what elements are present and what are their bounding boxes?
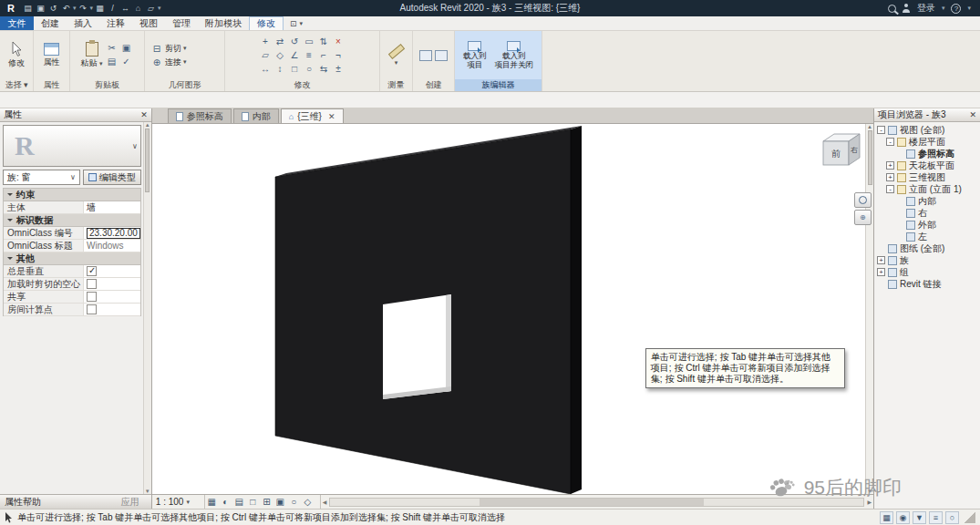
load-into-project-button[interactable]: 载入到 项目 bbox=[461, 40, 489, 70]
scale-icon[interactable]: ◇ bbox=[273, 49, 286, 61]
close-view-tab-icon[interactable]: ✕ bbox=[328, 112, 335, 121]
tree-item-3d-views[interactable]: +三维视图 bbox=[874, 171, 980, 183]
copy-icon[interactable]: ▣ bbox=[120, 42, 133, 54]
join-tool-icon[interactable]: ○ bbox=[303, 63, 315, 75]
view-tab-reference-level[interactable]: 参照标高 bbox=[168, 108, 232, 123]
property-row-shared[interactable]: 共享 bbox=[4, 291, 140, 304]
tab-view[interactable]: 视图 bbox=[132, 16, 165, 30]
group-header-constraints[interactable]: 约束 bbox=[4, 189, 140, 201]
login-label[interactable]: 登录 bbox=[917, 2, 935, 15]
scroll-left-icon[interactable]: ◀ bbox=[321, 499, 329, 505]
redo-caret-icon[interactable]: ▾ bbox=[90, 5, 94, 12]
editable-only-icon[interactable]: ▼ bbox=[913, 511, 926, 524]
help-icon[interactable]: ? bbox=[951, 4, 961, 14]
tree-item-left[interactable]: 左 bbox=[874, 231, 980, 242]
redo-icon[interactable]: ↷ bbox=[77, 2, 89, 15]
scroll-up-icon[interactable]: ▲ bbox=[145, 122, 150, 128]
section-icon[interactable]: ▱ bbox=[145, 2, 157, 15]
scrollbar-thumb[interactable] bbox=[145, 129, 150, 192]
viewcube-right-label[interactable]: 右 bbox=[851, 146, 858, 154]
expand-toggle[interactable]: + bbox=[886, 161, 894, 170]
tree-item-floor-plans[interactable]: -楼层平面 bbox=[874, 136, 980, 148]
match-type-icon[interactable]: ▤ bbox=[106, 56, 119, 67]
properties-close-icon[interactable]: ✕ bbox=[140, 110, 148, 119]
revit-logo-icon[interactable]: R bbox=[4, 3, 18, 14]
property-row-omniclass-title[interactable]: OmniClass 标题 Windows bbox=[4, 240, 140, 252]
viewcube-front-label[interactable]: 前 bbox=[831, 149, 841, 159]
tree-item-reference-level[interactable]: 参照标高 bbox=[874, 148, 980, 160]
trim-icon[interactable]: ∠ bbox=[288, 49, 301, 61]
omniclass-code-field[interactable]: 23.30.20.00 bbox=[87, 228, 140, 239]
search-icon[interactable] bbox=[888, 5, 896, 13]
tab-modify[interactable]: 修改 bbox=[249, 16, 284, 30]
apply-button[interactable]: 应用 bbox=[114, 496, 147, 509]
ribbon-display-toggle[interactable]: ⊡ ▾ bbox=[284, 16, 309, 30]
properties-button[interactable]: 属性 bbox=[44, 43, 60, 68]
align-icon[interactable]: ≡ bbox=[303, 49, 315, 61]
tab-addins[interactable]: 附加模块 bbox=[198, 16, 249, 30]
pin-icon[interactable]: ¬ bbox=[332, 49, 345, 61]
dimension-icon[interactable]: ↔ bbox=[119, 2, 131, 15]
scroll-up-icon[interactable]: ▲ bbox=[867, 124, 872, 129]
shared-checkbox[interactable] bbox=[87, 292, 97, 302]
steering-wheel-button[interactable] bbox=[854, 192, 872, 208]
undo-caret-icon[interactable]: ▾ bbox=[73, 5, 77, 12]
property-row-room-point[interactable]: 房间计算点 bbox=[4, 304, 140, 316]
property-row-cut-void[interactable]: 加载时剪切的空心 bbox=[4, 278, 140, 291]
project-browser-header[interactable]: 项目浏览器 - 族3 ✕ bbox=[874, 108, 980, 122]
crop-region-icon[interactable]: ▣ bbox=[273, 497, 287, 507]
paste-button[interactable]: 粘贴 ▾ bbox=[80, 42, 102, 69]
tree-item-families[interactable]: +族 bbox=[874, 254, 980, 266]
sync-icon[interactable]: ↺ bbox=[47, 2, 59, 15]
expand-toggle[interactable]: - bbox=[886, 138, 894, 146]
cut-icon[interactable]: ✂ bbox=[106, 42, 119, 54]
model-viewport[interactable]: 前 右 bbox=[152, 124, 865, 494]
tree-item-exterior[interactable]: 外部 bbox=[874, 219, 980, 231]
extend-icon[interactable]: ↔ bbox=[259, 63, 272, 75]
design-options-icon[interactable]: ◉ bbox=[896, 511, 910, 524]
tree-item-interior[interactable]: 内部 bbox=[874, 195, 980, 207]
shadows-icon[interactable]: □ bbox=[246, 497, 260, 507]
canvas-vertical-scrollbar[interactable]: ▲ ▼ bbox=[865, 124, 873, 494]
project-browser-close-icon[interactable]: ✕ bbox=[969, 110, 976, 119]
type-selector[interactable]: R ∨ bbox=[3, 125, 141, 167]
join-geometry-button[interactable]: ⊕ 连接 ▾ bbox=[150, 57, 187, 68]
undo-icon[interactable]: ↶ bbox=[60, 2, 72, 15]
family-dropdown[interactable]: 族: 窗 ∨ bbox=[3, 170, 80, 185]
expand-toggle[interactable]: + bbox=[877, 256, 885, 264]
swap-icon[interactable]: ⇆ bbox=[317, 63, 330, 75]
room-point-checkbox[interactable] bbox=[87, 304, 97, 314]
tree-item-revit-links[interactable]: Revit 链接 bbox=[874, 278, 980, 290]
crop-view-icon[interactable]: ⊞ bbox=[260, 497, 273, 507]
login-caret-icon[interactable]: ▾ bbox=[942, 5, 945, 12]
wall-3d-model[interactable] bbox=[275, 126, 582, 494]
property-row-omniclass-code[interactable]: OmniClass 编号 23.30.20.00 bbox=[4, 227, 140, 240]
tree-item-sheets[interactable]: 图纸 (全部) bbox=[874, 242, 980, 254]
expand-toggle[interactable]: + bbox=[877, 268, 885, 276]
tree-item-elevations[interactable]: -立面 (立面 1) bbox=[874, 183, 980, 195]
cut-void-checkbox[interactable] bbox=[87, 279, 97, 289]
measure-button[interactable]: ▾ bbox=[388, 45, 405, 67]
property-row-host[interactable]: 主体 墙 bbox=[4, 201, 140, 214]
copy-tool-icon[interactable]: ⇄ bbox=[273, 36, 286, 47]
cut-geometry-button[interactable]: ⊟ 剪切 ▾ bbox=[150, 43, 187, 55]
tab-annotate[interactable]: 注释 bbox=[99, 16, 132, 30]
mirror-icon[interactable]: ⇅ bbox=[317, 36, 330, 47]
qat-customize-caret-icon[interactable]: ▾ bbox=[158, 5, 161, 12]
select-panel-label[interactable]: 选择 ▾ bbox=[0, 79, 33, 91]
view-tab-interior[interactable]: 内部 bbox=[233, 108, 279, 123]
open-icon[interactable]: ▤ bbox=[22, 2, 34, 15]
tree-item-ceiling-plans[interactable]: +天花板平面 bbox=[874, 160, 980, 171]
properties-help-link[interactable]: 属性帮助 bbox=[5, 496, 41, 509]
move-icon[interactable]: + bbox=[259, 36, 272, 47]
view-tab-3d[interactable]: ⌂ {三维} ✕ bbox=[281, 108, 344, 123]
properties-header[interactable]: 属性 ✕ bbox=[0, 108, 151, 122]
type-selector-caret-icon[interactable]: ∨ bbox=[132, 142, 138, 150]
default-3d-view-icon[interactable]: ⌂ bbox=[132, 2, 144, 15]
detail-level-icon[interactable]: ▦ bbox=[205, 497, 219, 507]
expand-toggle[interactable]: - bbox=[886, 185, 894, 193]
tree-item-right[interactable]: 右 bbox=[874, 207, 980, 219]
measure-small-icon[interactable]: ± bbox=[332, 63, 345, 75]
group-header-identity[interactable]: 标识数据 bbox=[4, 214, 140, 227]
save-icon[interactable]: ▣ bbox=[35, 2, 46, 15]
